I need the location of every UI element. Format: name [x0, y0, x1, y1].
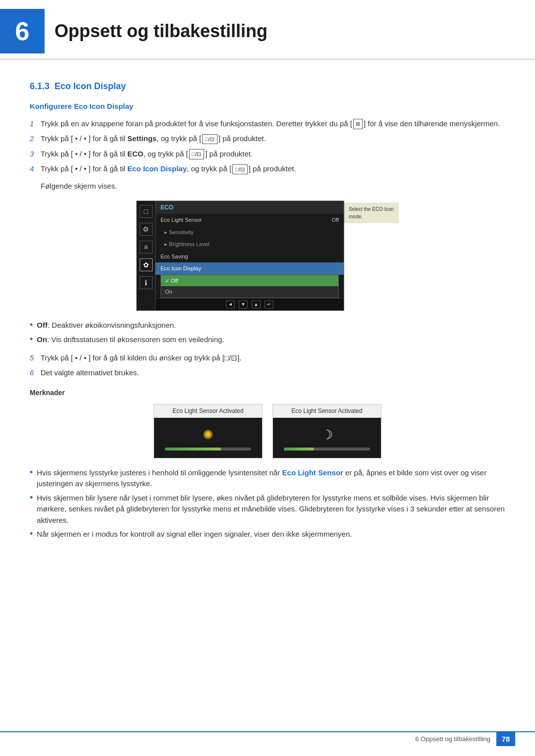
screen-item-eco-icon-display: Eco Icon Display: [156, 262, 344, 275]
notes-list: • Hvis skjermens lysstyrke justeres i he…: [30, 467, 505, 541]
eco-image-sun-label: Eco Light Sensor Activated: [154, 404, 262, 418]
merknader-title: Merknader: [30, 388, 505, 398]
bullet-dot-1: •: [30, 319, 33, 331]
note-dot-1: •: [30, 466, 33, 479]
eco-slider-moon: [284, 448, 370, 451]
eco-slider-sun: [165, 448, 251, 451]
eco-image-moon-label: Eco Light Sensor Activated: [273, 404, 381, 418]
sidebar-icon-menu2: ≡: [140, 241, 153, 253]
note-3: • Når skjermen er i modus for kontroll a…: [30, 529, 505, 540]
screen-item-brightness-level: ▸ Brightness Level: [156, 238, 344, 251]
screen-help-text: Select the ECO Icon mode.: [344, 202, 399, 223]
footer-text: 6 Oppsett og tilbakestilling: [415, 734, 490, 744]
following-text: Følgende skjerm vises.: [41, 181, 505, 192]
step-1: 1 Trykk på en av knappene foran på produ…: [30, 118, 505, 130]
eco-slider-fill-sun: [165, 448, 221, 451]
nav-btn-up: ▲: [252, 301, 261, 308]
screen-main: ECO Eco Light Sensor Off ▸ Sensitivity ▸…: [156, 201, 344, 310]
step-6: 6 Det valgte alternativet brukes.: [30, 367, 505, 379]
screen-item-eco-light: Eco Light Sensor Off: [156, 214, 344, 226]
screen-sidebar: □ ⚙ ≡ ✿ ℹ: [137, 201, 156, 310]
main-content: 6.1.3 Eco Icon Display Konfigurere Eco I…: [0, 60, 535, 577]
dropdown-item-on: On: [161, 286, 338, 298]
screen-dropdown: ✓ Off On: [160, 275, 339, 298]
page-number: 78: [496, 732, 515, 746]
step-list-2: 5 Trykk på [ • / • ] for å gå til kilden…: [30, 353, 505, 379]
screen-nav: ◄ ▼ ▲ ↵: [156, 298, 344, 310]
screen-item-sensitivity: ▸ Sensitivity: [156, 226, 344, 239]
dropdown-item-off: ✓ Off: [161, 275, 338, 287]
eco-light-sensor-label: Eco Light Sensor: [282, 468, 343, 477]
menu-icon: ⊞: [353, 119, 363, 129]
eco-images: Eco Light Sensor Activated ✺ Eco Light S…: [30, 404, 505, 458]
sidebar-icon-settings: ⚙: [140, 223, 153, 236]
bullet-dot-2: •: [30, 333, 33, 346]
screen-menu-title: ECO: [156, 201, 344, 214]
page-header: 6 Oppsett og tilbakestilling: [0, 0, 535, 60]
eco-icon-display-label: Eco Icon Display: [127, 164, 187, 173]
confirm-icon: □/⊡: [202, 134, 217, 145]
note-2: • Hvis skjermen blir lysere når lyset i …: [30, 493, 505, 526]
step-list: 1 Trykk på en av knappene foran på produ…: [30, 118, 505, 175]
section-title: 6.1.3 Eco Icon Display: [30, 80, 505, 93]
eco-image-sun-inner: ✺: [154, 418, 262, 458]
nav-btn-left: ◄: [226, 301, 235, 308]
step-5: 5 Trykk på [ • / • ] for å gå til kilden…: [30, 353, 505, 364]
off-on-list: • Off: Deaktiver økoikonvisningsfunksjon…: [30, 320, 505, 346]
bullet-on: • On: Vis driftsstatusen til økosensoren…: [30, 334, 505, 346]
page-footer: 6 Oppsett og tilbakestilling 78: [0, 731, 535, 746]
subsection-title: Konfigurere Eco Icon Display: [30, 101, 505, 112]
nav-btn-down: ▼: [239, 301, 248, 308]
step-4: 4 Trykk på [ • / • ] for å gå til Eco Ic…: [30, 163, 505, 175]
screen-container: □ ⚙ ≡ ✿ ℹ ECO Eco Light Sensor Off ▸ Sen…: [30, 201, 505, 311]
note-1: • Hvis skjermens lysstyrke justeres i he…: [30, 467, 505, 490]
sidebar-icon-eco: ✿: [140, 258, 153, 271]
note-dot-3: •: [30, 528, 33, 540]
sidebar-icon-monitor: □: [140, 205, 153, 218]
screen-simulation: □ ⚙ ≡ ✿ ℹ ECO Eco Light Sensor Off ▸ Sen…: [136, 201, 344, 311]
sun-icon: ✺: [203, 425, 214, 445]
sidebar-icon-info: ℹ: [140, 276, 153, 289]
bullet-off: • Off: Deaktiver økoikonvisningsfunksjon…: [30, 320, 505, 331]
note-dot-2: •: [30, 492, 33, 504]
eco-image-sun: Eco Light Sensor Activated ✺: [154, 404, 263, 458]
chapter-title: Oppsett og tilbakestilling: [54, 18, 268, 45]
nav-btn-enter: ↵: [265, 301, 273, 308]
chapter-number: 6: [0, 9, 45, 53]
eco-slider-fill-moon: [284, 448, 314, 451]
eco-image-moon: Eco Light Sensor Activated ☽: [272, 404, 381, 458]
eco-image-moon-inner: ☽: [273, 418, 381, 458]
step-3: 3 Trykk på [ • / • ] for å gå til ECO, o…: [30, 149, 505, 160]
moon-icon: ☽: [321, 425, 333, 445]
confirm-icon-3: □/⊡: [232, 164, 248, 175]
confirm-icon-2: □/⊡: [189, 149, 205, 159]
screen-item-eco-saving: Eco Saving: [156, 251, 344, 263]
step-2: 2 Trykk på [ • / • ] for å gå til Settin…: [30, 133, 505, 145]
